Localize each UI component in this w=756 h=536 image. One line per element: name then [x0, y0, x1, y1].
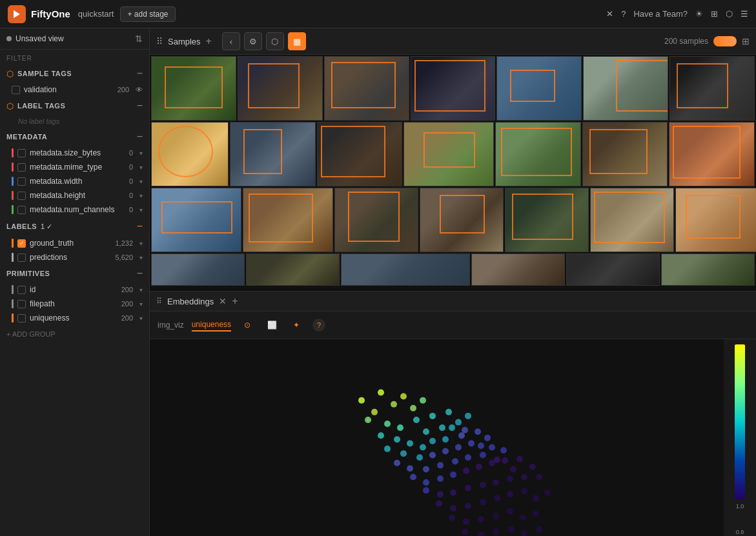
view-arrows-icon[interactable]: ⇅: [135, 34, 143, 44]
metadata-mime-type-chevron[interactable]: ▾: [139, 164, 143, 171]
embed-controls: img_viz uniqueness ⊙ ⬜ ✦ ?: [150, 312, 756, 339]
target-icon-btn[interactable]: ⊙: [239, 317, 256, 333]
grid-img-24[interactable]: [341, 253, 470, 286]
metadata-header[interactable]: METADATA −: [0, 128, 149, 146]
grid-img-9[interactable]: [230, 122, 316, 186]
tab-img-viz[interactable]: img_viz: [158, 319, 184, 331]
grid-img-23[interactable]: [246, 253, 340, 286]
predictions-item[interactable]: predictions 5,620 ▾: [0, 250, 149, 264]
grid-img-10[interactable]: [317, 122, 403, 186]
metadata-collapse-icon[interactable]: −: [137, 132, 143, 142]
predictions-chevron[interactable]: ▾: [139, 254, 143, 261]
grid-img-27[interactable]: [661, 253, 755, 286]
sun-icon[interactable]: ☀: [695, 9, 703, 19]
labels-collapse-icon[interactable]: −: [137, 221, 143, 232]
embeddings-add-button[interactable]: +: [232, 295, 238, 307]
metadata-size-bytes[interactable]: metadata.size_bytes 0 ▾: [0, 146, 149, 160]
uniqueness-chevron[interactable]: ▾: [139, 315, 143, 322]
metadata-num-channels[interactable]: metadata.num_channels 0 ▾: [0, 203, 149, 217]
prev-button[interactable]: ‹: [222, 32, 240, 50]
grid-img-13[interactable]: [582, 122, 668, 186]
uniqueness-item[interactable]: uniqueness 200 ▾: [0, 311, 149, 325]
menu-icon[interactable]: ☰: [741, 9, 748, 19]
metadata-mime-type-checkbox[interactable]: [17, 163, 26, 172]
sample-toggle[interactable]: [713, 36, 737, 46]
grid-img-5[interactable]: [496, 56, 582, 121]
primitives-header[interactable]: PRIMITIVES −: [0, 264, 149, 283]
metadata-height[interactable]: metadata.height 0 ▾: [0, 188, 149, 203]
metadata-size-bytes-checkbox[interactable]: [17, 149, 26, 157]
label-tags-header[interactable]: ⬡ LABEL TAGS −: [0, 97, 149, 115]
metadata-width-chevron[interactable]: ▾: [139, 178, 143, 185]
ground-truth-chevron[interactable]: ▾: [139, 240, 143, 247]
id-chevron[interactable]: ▾: [139, 286, 143, 293]
grid-img-26[interactable]: [566, 253, 660, 286]
sample-tags-collapse-icon[interactable]: −: [137, 68, 143, 79]
samples-add-icon[interactable]: +: [206, 35, 212, 47]
metadata-width-checkbox[interactable]: [17, 177, 26, 186]
select-icon-btn[interactable]: ⬜: [263, 317, 280, 333]
view-button[interactable]: ▦: [288, 32, 306, 50]
tag-button[interactable]: ⬡: [266, 32, 284, 50]
add-group-button[interactable]: + ADD GROUP: [0, 325, 149, 343]
predictions-checkbox[interactable]: [17, 253, 26, 262]
labels-header[interactable]: LABELS 1 ✓ −: [0, 217, 149, 236]
label-tags-collapse-icon[interactable]: −: [137, 101, 143, 111]
grid-img-11[interactable]: [404, 122, 494, 186]
filepath-chevron[interactable]: ▾: [139, 301, 143, 308]
scatter-plot[interactable]: [150, 339, 724, 536]
metadata-num-channels-checkbox[interactable]: [17, 206, 26, 214]
grid-img-1[interactable]: [151, 56, 236, 121]
metadata-mime-type[interactable]: metadata.mime_type 0 ▾: [0, 160, 149, 174]
ground-truth-item[interactable]: ground_truth 1,232 ▾: [0, 236, 149, 250]
uniqueness-checkbox[interactable]: [17, 314, 26, 323]
grid-img-19[interactable]: [505, 188, 589, 252]
tab-uniqueness[interactable]: uniqueness: [192, 319, 231, 332]
sample-tag-validation[interactable]: validation 200 👁: [0, 83, 149, 97]
primitives-collapse-icon[interactable]: −: [137, 268, 143, 279]
add-stage-button[interactable]: + add stage: [120, 6, 175, 22]
view-selector[interactable]: Unsaved view ⇅: [0, 28, 149, 50]
grid-img-12[interactable]: [495, 122, 581, 186]
grid-img-18[interactable]: [420, 188, 504, 252]
github-icon[interactable]: ⬡: [726, 9, 733, 19]
grid-img-8[interactable]: [151, 122, 229, 186]
grid-img-16[interactable]: [243, 188, 333, 252]
embeddings-close-button[interactable]: ✕: [219, 296, 227, 306]
grid-img-17[interactable]: [334, 188, 418, 252]
metadata-height-chevron[interactable]: ▾: [139, 192, 143, 199]
scatter-icon-btn[interactable]: ✦: [288, 317, 305, 333]
topbar-help-icon[interactable]: ?: [621, 9, 626, 19]
bbox-8: [243, 129, 282, 174]
metadata-height-checkbox[interactable]: [17, 192, 26, 200]
help-icon-btn[interactable]: ?: [312, 319, 325, 332]
grid-img-7[interactable]: [669, 56, 755, 121]
validation-eye-icon[interactable]: 👁: [136, 86, 143, 94]
app-logo: [8, 5, 26, 23]
grid-icon[interactable]: ⊞: [711, 9, 718, 19]
topbar-close-icon[interactable]: ✕: [606, 9, 613, 19]
grid-layout-icon[interactable]: ⊞: [742, 36, 750, 46]
grid-img-15[interactable]: [151, 188, 241, 252]
sample-tags-header[interactable]: ⬡ SAMPLE TAGS −: [0, 65, 149, 83]
grid-img-4[interactable]: [411, 56, 496, 121]
metadata-size-bytes-chevron[interactable]: ▾: [139, 150, 143, 157]
grid-img-22[interactable]: [151, 253, 245, 286]
grid-img-2[interactable]: [238, 56, 323, 121]
id-checkbox[interactable]: [17, 286, 26, 294]
grid-img-6[interactable]: [583, 56, 668, 121]
ground-truth-checkbox[interactable]: [17, 239, 26, 248]
grid-img-14[interactable]: [669, 122, 755, 186]
metadata-num-channels-chevron[interactable]: ▾: [139, 206, 143, 213]
grid-img-21[interactable]: [675, 188, 756, 252]
validation-checkbox[interactable]: [12, 86, 20, 94]
id-item[interactable]: id 200 ▾: [0, 283, 149, 297]
filepath-checkbox[interactable]: [17, 300, 26, 308]
grid-img-25[interactable]: [471, 253, 565, 286]
grid-img-20[interactable]: [590, 188, 674, 252]
metadata-width[interactable]: metadata.width 0 ▾: [0, 174, 149, 188]
grid-img-3[interactable]: [324, 56, 409, 121]
settings-button[interactable]: ⚙: [244, 32, 262, 50]
filepath-item[interactable]: filepath 200 ▾: [0, 297, 149, 311]
image-grid[interactable]: [150, 55, 756, 291]
